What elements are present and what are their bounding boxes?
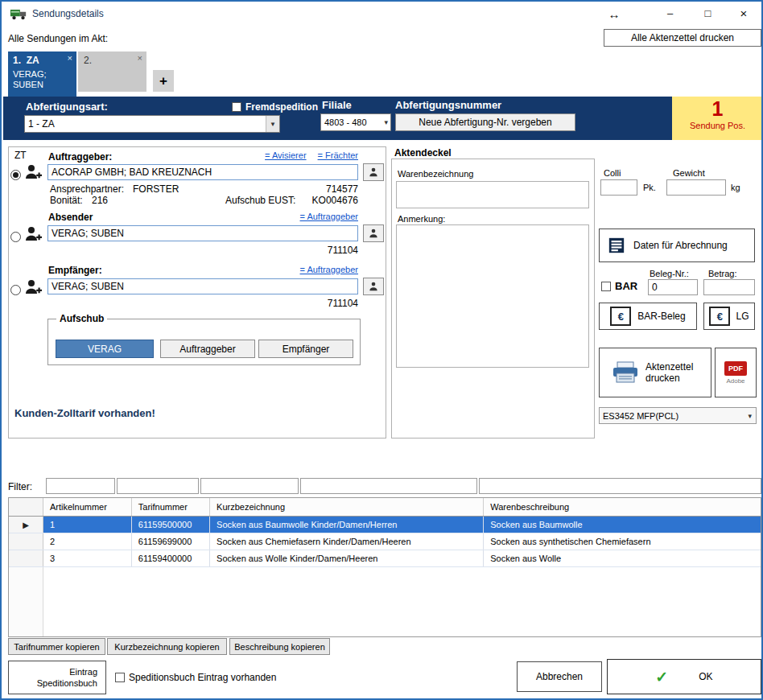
col-kurzbezeichnung[interactable]: Kurzbezeichnung: [210, 498, 484, 516]
betrag-label: Betrag:: [708, 269, 736, 278]
anmerkung-textarea[interactable]: [396, 224, 589, 368]
tab1-subtitle: VERAG; SUBEN: [13, 69, 68, 90]
filter-label: Filter:: [8, 481, 32, 492]
absender-auftraggeber-link[interactable]: = Auftraggeber: [278, 212, 358, 221]
tab2-label: 2.: [84, 55, 92, 66]
col-artikelnummer[interactable]: Artikelnummer: [43, 498, 132, 516]
cell-warenbeschreibung: Socken aus Wolle: [484, 550, 761, 566]
printer-select-value: ES3452 MFP(PCL): [603, 411, 678, 421]
empfaenger-number: 711104: [275, 298, 358, 309]
zt-label: ZT: [14, 150, 27, 161]
auftraggeber-radio[interactable]: [10, 170, 21, 180]
warenbezeichnung-label: Warenbezeichnung: [398, 169, 473, 179]
cell-tarifnummer: 61159500000: [132, 517, 210, 533]
filter-input-1[interactable]: [46, 478, 115, 494]
aufschub-group-label: Aufschub: [56, 313, 107, 324]
table-header-row: Artikelnummer Tarifnummer Kurzbezeichnun…: [9, 498, 761, 517]
printer-select[interactable]: ES3452 MFP(PCL) ▾: [599, 407, 757, 424]
col-warenbeschreibung[interactable]: Warenbeschreibung: [484, 498, 761, 516]
aufschub-auftraggeber-button[interactable]: Auftraggeber: [160, 340, 255, 358]
empfaenger-input[interactable]: [47, 278, 358, 294]
minimize-button[interactable]: –: [652, 2, 688, 25]
avisierer-link[interactable]: = Avisierer: [265, 150, 306, 160]
person-icon: [368, 167, 379, 178]
empfaenger-contact-button[interactable]: [363, 278, 384, 295]
aufschub-verag-button[interactable]: VERAG: [56, 340, 154, 358]
copy-beschreibung-button[interactable]: Beschreibung kopieren: [229, 638, 330, 655]
copy-kurzbezeichnung-button[interactable]: Kurzbezeichnung kopieren: [107, 638, 227, 655]
chevron-down-icon: ▾: [384, 118, 390, 126]
tab-shipment-2[interactable]: 2. ×: [78, 51, 146, 92]
check-icon: ✓: [655, 668, 668, 686]
close-button[interactable]: ×: [726, 2, 761, 25]
aufschub-empfaenger-button[interactable]: Empfänger: [258, 340, 353, 358]
ansprechpartner-label: Ansprechpartner:: [50, 183, 124, 195]
printer-icon: [612, 361, 639, 384]
tab1-label: 1. ZA: [13, 55, 39, 66]
empfaenger-auftraggeber-link[interactable]: = Auftraggeber: [278, 265, 358, 274]
row-selector: [9, 533, 43, 550]
filter-input-3[interactable]: [200, 478, 299, 494]
table-header-selector: [9, 498, 43, 516]
filter-input-5[interactable]: [479, 478, 761, 494]
copy-tarifnummer-button[interactable]: Tarifnummer kopieren: [8, 638, 105, 655]
chevron-down-icon: ▾: [748, 412, 756, 420]
warenbezeichnung-input[interactable]: [396, 181, 589, 208]
arrange-window-button[interactable]: ↔: [604, 3, 625, 24]
filter-input-4[interactable]: [300, 478, 477, 494]
tab-shipment-1[interactable]: 1. ZA × VERAG; SUBEN: [8, 51, 76, 97]
beleg-nr-input[interactable]: [648, 279, 698, 295]
beleg-nr-label: Beleg-Nr.:: [650, 269, 689, 278]
speditionsbuch-checkbox-label: Speditionsbuch Eintrag vorhanden: [129, 672, 276, 683]
tab1-close-icon[interactable]: ×: [68, 53, 72, 63]
empfaenger-label: Empfänger:: [48, 265, 102, 276]
tab2-close-icon[interactable]: ×: [138, 53, 142, 63]
person-icon: [368, 228, 379, 239]
lg-button[interactable]: € LG: [703, 303, 755, 330]
pdf-button[interactable]: PDF Adobe: [715, 348, 757, 397]
betrag-input[interactable]: [703, 279, 755, 295]
speditionsbuch-checkbox[interactable]: [115, 673, 125, 682]
add-tab-button[interactable]: +: [153, 70, 174, 92]
fremdspedition-checkbox[interactable]: [232, 102, 241, 112]
maximize-button[interactable]: □: [690, 2, 726, 25]
sendung-pos-number: 1: [672, 97, 763, 121]
cell-warenbeschreibung: Socken aus synthetischen Chemiefasern: [484, 533, 761, 550]
auftraggeber-contact-button[interactable]: [363, 163, 384, 181]
cell-artikelnummer: 2: [43, 533, 132, 550]
app-icon: [10, 7, 27, 21]
neue-abfertigungsnummer-button[interactable]: Neue Abfertigung-Nr. vergeben: [395, 113, 575, 131]
gewicht-input[interactable]: [666, 179, 726, 196]
auftraggeber-input[interactable]: [47, 164, 358, 180]
print-all-aktenzettel-button[interactable]: Alle Aktenzettel drucken: [604, 29, 761, 47]
absender-contact-button[interactable]: [363, 224, 384, 242]
cancel-button[interactable]: Abbrechen: [517, 661, 602, 692]
bar-checkbox[interactable]: [601, 282, 611, 291]
filter-input-2[interactable]: [117, 478, 199, 494]
absender-radio[interactable]: [10, 232, 21, 242]
person-icon: [368, 281, 379, 292]
speditionsbuch-eintrag-button[interactable]: Eintrag Speditionsbuch: [8, 661, 106, 694]
table-row[interactable]: ▶ 1 61159500000 Socken aus Baumwolle Kin…: [9, 517, 761, 533]
aktenzettel-drucken-button[interactable]: Aktenzettel drucken: [599, 348, 711, 397]
cell-tarifnummer: 61159400000: [132, 550, 210, 566]
daten-abrechnung-label: Daten für Abrechnung: [633, 240, 728, 251]
daten-abrechnung-button[interactable]: Daten für Abrechnung: [599, 229, 755, 262]
colli-input[interactable]: [600, 179, 637, 196]
bar-beleg-button[interactable]: € BAR-Beleg: [599, 303, 697, 330]
table-row[interactable]: 3 61159400000 Socken aus Wolle Kinder/Da…: [9, 550, 761, 567]
auftraggeber-links: = Avisierer = Frächter: [48, 150, 358, 160]
row-selector: [9, 550, 43, 566]
absender-input[interactable]: [47, 225, 358, 241]
empfaenger-radio[interactable]: [10, 285, 21, 295]
table-row[interactable]: 2 61159699000 Socken aus Chemiefasern Ki…: [9, 533, 761, 550]
ok-button[interactable]: ✓ OK: [607, 659, 761, 694]
abfertigungsart-select[interactable]: 1 - ZA ▼: [24, 115, 280, 133]
filiale-select[interactable]: 4803 - 480 ▾: [320, 113, 391, 131]
absender-number: 711104: [275, 245, 358, 256]
zolltarif-note: Kunden-Zolltarif vorhanden!: [14, 407, 155, 419]
ok-label: OK: [699, 671, 712, 682]
fraechter-link[interactable]: = Frächter: [318, 150, 358, 160]
auftraggeber-number: 714577: [275, 183, 358, 195]
col-tarifnummer[interactable]: Tarifnummer: [132, 498, 210, 516]
